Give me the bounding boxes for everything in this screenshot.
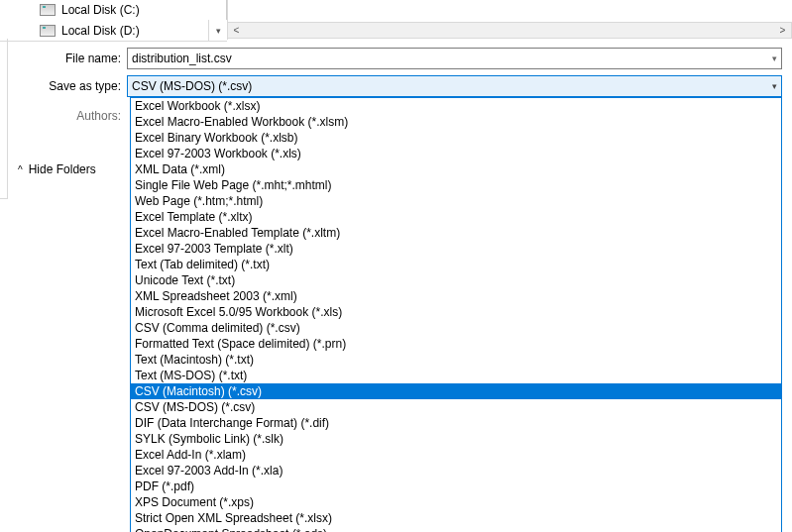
hide-folders-label: Hide Folders — [29, 162, 96, 176]
filetype-option[interactable]: Single File Web Page (*.mht;*.mhtml) — [131, 177, 781, 193]
filetype-option[interactable]: SYLK (Symbolic Link) (*.slk) — [131, 431, 781, 447]
filetype-option[interactable]: Excel 97-2003 Template (*.xlt) — [131, 241, 781, 257]
chevron-down-icon: ▾ — [216, 26, 221, 36]
filename-label: File name: — [0, 52, 127, 65]
drive-icon — [40, 4, 56, 16]
filetype-option[interactable]: PDF (*.pdf) — [131, 479, 781, 494]
filetype-option[interactable]: Excel Template (*.xltx) — [131, 209, 781, 225]
filetype-option[interactable]: Excel Workbook (*.xlsx) — [131, 98, 781, 114]
filetype-option[interactable]: Text (MS-DOS) (*.txt) — [131, 368, 781, 383]
filetype-option[interactable]: Text (Macintosh) (*.txt) — [131, 352, 781, 368]
filetype-option[interactable]: CSV (Comma delimited) (*.csv) — [131, 320, 781, 336]
chevron-down-icon[interactable]: ▾ — [772, 81, 777, 91]
filetype-option[interactable]: Microsoft Excel 5.0/95 Workbook (*.xls) — [131, 304, 781, 320]
scroll-right-icon[interactable]: > — [774, 25, 791, 36]
authors-label: Authors: — [0, 109, 127, 123]
filetype-option[interactable]: Web Page (*.htm;*.html) — [131, 193, 781, 209]
filetype-option[interactable]: Unicode Text (*.txt) — [131, 272, 781, 288]
filetype-option[interactable]: CSV (Macintosh) (*.csv) — [131, 383, 781, 399]
filetype-option[interactable]: XML Data (*.xml) — [131, 161, 781, 177]
filetype-option[interactable]: XPS Document (*.xps) — [131, 494, 781, 510]
tree-item-drive-c[interactable]: Local Disk (C:) — [0, 0, 227, 20]
filetype-option[interactable]: Excel 97-2003 Add-In (*.xla) — [131, 463, 781, 479]
tree-item-drive-d[interactable]: Local Disk (D:) — [0, 20, 208, 41]
hide-folders-button[interactable]: ^ Hide Folders — [18, 162, 96, 176]
chevron-up-icon: ^ — [18, 164, 23, 175]
filename-input[interactable]: distribution_list.csv ▾ — [127, 48, 782, 69]
saveastype-value: CSV (MS-DOS) (*.csv) — [132, 79, 252, 93]
filename-value: distribution_list.csv — [132, 52, 232, 65]
tree-item-label: Local Disk (C:) — [61, 3, 140, 17]
filetype-option[interactable]: Strict Open XML Spreadsheet (*.xlsx) — [131, 510, 781, 526]
filetype-option[interactable]: Excel 97-2003 Workbook (*.xls) — [131, 146, 781, 161]
filetype-option[interactable]: Excel Add-In (*.xlam) — [131, 447, 781, 463]
filetype-option[interactable]: Formatted Text (Space delimited) (*.prn) — [131, 336, 781, 352]
filetype-option[interactable]: Text (Tab delimited) (*.txt) — [131, 257, 781, 272]
filetype-option[interactable]: OpenDocument Spreadsheet (*.ods) — [131, 526, 781, 532]
saveastype-dropdown-list[interactable]: Excel Workbook (*.xlsx)Excel Macro-Enabl… — [130, 97, 782, 532]
filetype-option[interactable]: CSV (MS-DOS) (*.csv) — [131, 399, 781, 415]
filetype-option[interactable]: XML Spreadsheet 2003 (*.xml) — [131, 288, 781, 304]
saveastype-combo[interactable]: CSV (MS-DOS) (*.csv) ▾ — [127, 75, 782, 97]
drive-icon — [40, 25, 56, 37]
saveastype-label: Save as type: — [0, 79, 127, 93]
filetype-option[interactable]: Excel Binary Workbook (*.xlsb) — [131, 130, 781, 146]
tree-expand-button[interactable]: ▾ — [208, 20, 227, 41]
chevron-down-icon[interactable]: ▾ — [772, 53, 777, 63]
filetype-option[interactable]: Excel Macro-Enabled Workbook (*.xlsm) — [131, 114, 781, 130]
horizontal-scrollbar[interactable]: < > — [227, 22, 792, 39]
filetype-option[interactable]: Excel Macro-Enabled Template (*.xltm) — [131, 225, 781, 241]
filetype-option[interactable]: DIF (Data Interchange Format) (*.dif) — [131, 415, 781, 431]
scroll-left-icon[interactable]: < — [228, 25, 245, 36]
tree-item-label: Local Disk (D:) — [61, 24, 140, 38]
